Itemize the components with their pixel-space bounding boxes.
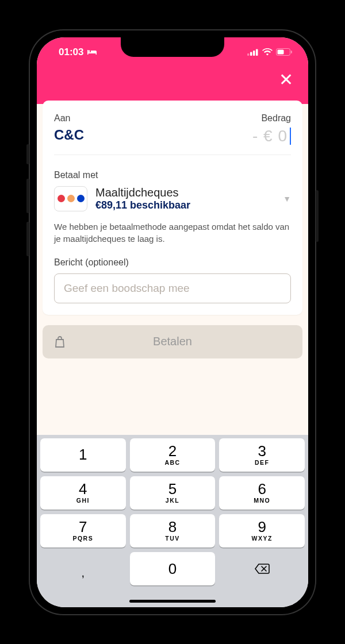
pay-with-label: Betaal met xyxy=(54,170,291,180)
message-input[interactable] xyxy=(54,273,291,303)
status-right xyxy=(247,48,292,56)
signal-icon xyxy=(247,49,259,56)
volume-down xyxy=(26,222,29,256)
shopping-bag-icon xyxy=(54,336,66,348)
key-8[interactable]: 8TUV xyxy=(130,514,216,547)
text-cursor xyxy=(290,128,291,145)
amount-value: - € 0 xyxy=(252,127,288,145)
phone-frame: 01:03 ✕ Aan C&C Bedrag - € 0 xyxy=(29,29,316,615)
home-indicator[interactable] xyxy=(129,600,216,603)
message-label: Bericht (optioneel) xyxy=(54,257,291,268)
header-bar: ✕ xyxy=(37,67,308,104)
status-time: 01:03 xyxy=(59,47,83,58)
svg-rect-5 xyxy=(278,50,284,55)
payment-method-name: Maaltijdcheques xyxy=(95,186,275,199)
amount-input[interactable]: - € 0 xyxy=(252,127,291,145)
close-icon[interactable]: ✕ xyxy=(279,70,293,90)
power-button xyxy=(316,190,319,242)
amount-label: Bedrag xyxy=(252,113,291,124)
svg-rect-3 xyxy=(256,49,258,56)
svg-rect-6 xyxy=(291,51,292,53)
svg-rect-1 xyxy=(250,52,252,56)
key-6[interactable]: 6MNO xyxy=(219,476,305,510)
screen: 01:03 ✕ Aan C&C Bedrag - € 0 xyxy=(37,37,308,607)
dot-blue xyxy=(77,195,85,202)
key-7[interactable]: 7PQRS xyxy=(40,514,126,547)
key-1[interactable]: 1 xyxy=(40,438,126,472)
backspace-icon xyxy=(254,563,270,574)
dot-red xyxy=(57,195,65,202)
key-2[interactable]: 2ABC xyxy=(130,438,216,472)
side-button xyxy=(26,144,29,164)
notch xyxy=(121,37,224,57)
divider xyxy=(54,155,291,155)
battery-icon xyxy=(276,48,292,56)
key-5[interactable]: 5JKL xyxy=(130,476,216,510)
key-0[interactable]: 0 xyxy=(130,552,216,585)
status-left: 01:03 xyxy=(59,47,97,58)
payment-method-selector[interactable]: Maaltijdcheques €89,11 beschikbaar ▼ xyxy=(54,186,291,211)
key-4[interactable]: 4GHI xyxy=(40,476,126,510)
svg-rect-2 xyxy=(253,51,255,56)
payment-card: Aan C&C Bedrag - € 0 Betaal met xyxy=(43,101,302,315)
to-label: Aan xyxy=(54,113,84,124)
warning-text: We hebben je betaalmethode aangepast omd… xyxy=(54,221,291,245)
key-3[interactable]: 3DEF xyxy=(219,438,305,472)
key-comma[interactable]: , xyxy=(40,552,126,585)
pay-button-label: Betalen xyxy=(43,335,302,348)
chevron-down-icon: ▼ xyxy=(283,194,291,203)
volume-up xyxy=(26,179,29,213)
wifi-icon xyxy=(262,48,273,56)
svg-rect-0 xyxy=(247,53,250,56)
key-9[interactable]: 9WXYZ xyxy=(219,514,305,547)
key-backspace[interactable] xyxy=(219,552,305,585)
recipient-name[interactable]: C&C xyxy=(54,127,84,143)
payment-card-icon xyxy=(54,186,87,211)
payment-method-available: €89,11 beschikbaar xyxy=(95,199,275,211)
bed-icon xyxy=(87,49,97,56)
dot-orange xyxy=(67,195,75,202)
pay-button[interactable]: Betalen xyxy=(43,325,302,358)
numeric-keyboard: 1 2ABC 3DEF 4GHI 5JKL 6MNO 7PQRS 8TUV 9W… xyxy=(37,435,308,607)
